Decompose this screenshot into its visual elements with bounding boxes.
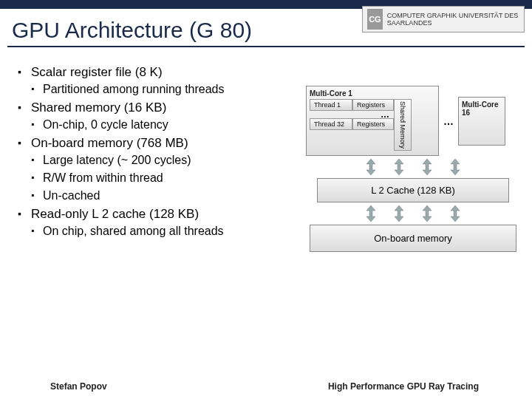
arrow-icon bbox=[448, 205, 463, 222]
bullet-2-1: On-chip, 0 cycle latency bbox=[31, 118, 299, 132]
bullet-2-text: Shared memory (16 KB) bbox=[31, 100, 166, 115]
thread-32-cell: Thread 32 bbox=[310, 118, 352, 130]
footer-author: Stefan Popov bbox=[50, 381, 107, 392]
arrows-bottom bbox=[306, 202, 520, 225]
svg-marker-0 bbox=[366, 159, 375, 175]
arrow-icon bbox=[392, 159, 406, 175]
arrow-icon bbox=[364, 205, 378, 222]
logo-text: COMPUTER GRAPHIK UNIVERSITÄT DES SAARLAN… bbox=[387, 12, 519, 27]
bullet-4: Read-only L 2 cache (128 KB) On chip, sh… bbox=[18, 207, 299, 238]
title-underline bbox=[7, 46, 525, 47]
svg-marker-3 bbox=[451, 159, 460, 175]
svg-marker-2 bbox=[423, 159, 432, 175]
bullet-4-text: Read-only L 2 cache (128 KB) bbox=[31, 207, 199, 221]
arrow-icon bbox=[420, 205, 434, 222]
registers-cell-32: Registers bbox=[352, 118, 394, 130]
l2-cache-box: L 2 Cache (128 KB) bbox=[317, 178, 509, 202]
bullet-4-1: On chip, shared among all threads bbox=[31, 225, 299, 238]
logo-badge: CG bbox=[367, 9, 383, 30]
bullet-2: Shared memory (16 KB) On-chip, 0 cycle l… bbox=[18, 100, 299, 132]
core-ellipsis: … bbox=[439, 115, 458, 127]
bullet-3-3: Un-cached bbox=[31, 189, 299, 202]
onboard-memory-box: On-board memory bbox=[310, 225, 516, 252]
bullet-3-2: R/W from within thread bbox=[31, 171, 299, 185]
architecture-diagram: Multi-Core 1 Thread 1 Registers … Thread… bbox=[306, 86, 520, 252]
bullet-1-1: Partitioned among running threads bbox=[31, 83, 299, 96]
footer-credit: High Performance GPU Ray Tracing bbox=[328, 381, 479, 392]
svg-marker-7 bbox=[451, 205, 460, 222]
arrow-icon bbox=[420, 159, 434, 175]
shared-memory-cell: Shared Memory bbox=[394, 99, 412, 151]
multicore-1-label: Multi-Core 1 bbox=[310, 89, 435, 98]
arrow-icon bbox=[448, 159, 463, 175]
bullet-1: Scalar register file (8 K) Partitioned a… bbox=[18, 65, 299, 96]
arrow-icon bbox=[364, 159, 378, 175]
svg-marker-4 bbox=[366, 205, 375, 222]
thread-1-cell: Thread 1 bbox=[310, 99, 352, 111]
header-logo: CG COMPUTER GRAPHIK UNIVERSITÄT DES SAAR… bbox=[362, 6, 525, 33]
multicore-16-label: Multi-Core 16 bbox=[462, 100, 502, 117]
bullet-1-text: Scalar register file (8 K) bbox=[31, 65, 163, 79]
multicore-1-box: Multi-Core 1 Thread 1 Registers … Thread… bbox=[306, 86, 439, 156]
svg-marker-6 bbox=[423, 205, 432, 222]
bullet-content: Scalar register file (8 K) Partitioned a… bbox=[18, 65, 299, 242]
multicore-16-box: Multi-Core 16 bbox=[458, 97, 505, 146]
bullet-3-1: Large latency (~ 200 cycles) bbox=[31, 154, 299, 167]
bullet-3: On-board memory (768 MB) Large latency (… bbox=[18, 136, 299, 202]
svg-marker-1 bbox=[395, 159, 403, 175]
arrow-icon bbox=[392, 205, 406, 222]
bullet-3-text: On-board memory (768 MB) bbox=[31, 136, 188, 150]
svg-marker-5 bbox=[395, 205, 403, 222]
thread-dots: … bbox=[310, 111, 394, 118]
arrows-top bbox=[306, 156, 520, 178]
